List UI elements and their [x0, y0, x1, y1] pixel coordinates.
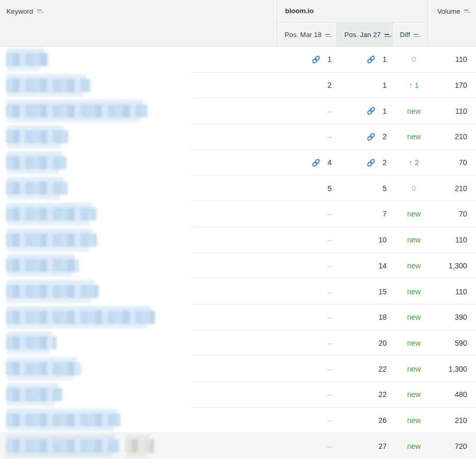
- link-icon[interactable]: [367, 158, 376, 167]
- volume-value: 590: [455, 339, 467, 347]
- sort-icon[interactable]: [464, 10, 471, 13]
- volume-value: 210: [455, 132, 467, 141]
- pos-jan27-cell: 18: [336, 304, 392, 330]
- volume-value: 110: [455, 107, 467, 115]
- link-icon[interactable]: [367, 55, 376, 64]
- up-arrow-icon: ↑: [409, 81, 413, 89]
- table-row[interactable]: 5 5 0 210: [0, 175, 476, 201]
- pos-jan27-cell: 1: [336, 73, 392, 98]
- volume-value: 480: [455, 390, 467, 399]
- link-icon[interactable]: [312, 55, 321, 64]
- pos-jan27-cell: 22: [336, 356, 392, 382]
- link-icon[interactable]: [367, 106, 376, 115]
- position-value: 2: [382, 158, 387, 167]
- column-header-pos-jan27[interactable]: Pos. Jan 27: [336, 23, 393, 46]
- table-row[interactable]: – 18 new 390: [0, 304, 476, 330]
- table-row[interactable]: – 7 new 70: [0, 201, 476, 227]
- link-icon[interactable]: [367, 132, 376, 141]
- no-position-dash: –: [327, 339, 332, 347]
- diff-new-badge: new: [407, 107, 421, 115]
- diff-new-badge: new: [407, 236, 421, 244]
- position-value: 14: [378, 262, 387, 270]
- diff-cell: new: [392, 201, 428, 227]
- diff-new-badge: new: [407, 390, 421, 399]
- table-row[interactable]: 4 2 ↑2 70: [0, 150, 476, 176]
- sort-icon-active[interactable]: [385, 34, 391, 37]
- blurred-keyword: [6, 233, 97, 247]
- volume-value: 70: [459, 158, 467, 167]
- table-row[interactable]: – 22 new 1,300: [0, 356, 476, 382]
- volume-value: 1,300: [448, 262, 467, 270]
- column-header-pos-mar18[interactable]: Pos. Mar 18: [277, 23, 336, 46]
- diff-cell: 0: [392, 175, 428, 201]
- table-row[interactable]: – 10 new 110: [0, 227, 476, 253]
- column-header-volume[interactable]: Volume: [428, 0, 476, 46]
- sort-icon[interactable]: [37, 10, 44, 13]
- table-row[interactable]: – 26 new 210: [0, 408, 476, 434]
- volume-cell: 110: [428, 98, 476, 124]
- table-row[interactable]: 1 1 0 110: [0, 47, 476, 73]
- no-position-dash: –: [327, 287, 332, 296]
- pos-jan27-cell: 5: [336, 175, 392, 201]
- domain-column-group: bloom.io Pos. Mar 18 Pos. Jan 27 Diff: [277, 0, 428, 46]
- volume-cell: 110: [428, 47, 476, 73]
- pos-jan27-cell: 26: [336, 408, 392, 434]
- pos-mar18-cell: 2: [277, 73, 336, 98]
- pos-mar18-cell: –: [277, 98, 336, 124]
- pos-jan27-cell: 7: [336, 201, 392, 227]
- volume-value: 110: [455, 55, 467, 64]
- pos-jan27-cell: 20: [336, 330, 392, 356]
- table-row[interactable]: – 15 new 110: [0, 278, 476, 304]
- position-value: 20: [378, 339, 387, 347]
- volume-cell: 1,300: [428, 356, 476, 382]
- diff-cell: new: [392, 330, 428, 356]
- blurred-keyword: [6, 259, 79, 272]
- table-row[interactable]: – 1 new 110: [0, 98, 476, 124]
- pos-jan27-cell: 1: [336, 98, 392, 124]
- position-value: 26: [378, 416, 387, 425]
- pos-mar18-cell: 4: [277, 150, 336, 176]
- diff-new-badge: new: [407, 416, 421, 425]
- keyword-cell: [0, 175, 277, 201]
- column-header-keyword[interactable]: Keyword: [0, 0, 277, 46]
- table-row[interactable]: 2 1 ↑1 170: [0, 73, 476, 98]
- volume-label: Volume: [437, 7, 460, 15]
- blurred-keyword: [6, 130, 68, 143]
- table-row[interactable]: – 27 new 720: [0, 433, 476, 459]
- table-header: Keyword bloom.io Pos. Mar 18 Pos. Jan 27…: [0, 0, 476, 47]
- up-arrow-icon: ↑: [409, 158, 413, 167]
- pos-jan27-cell: 22: [336, 382, 392, 408]
- volume-cell: 480: [428, 382, 476, 408]
- diff-zero: 0: [412, 55, 416, 64]
- keyword-cell: [0, 47, 277, 73]
- blurred-keyword: [6, 53, 48, 66]
- blurred-keyword: [6, 79, 90, 92]
- pos-jan27-cell: 14: [336, 253, 392, 279]
- diff-cell: new: [392, 227, 428, 253]
- keyword-cell: [0, 330, 277, 356]
- table-row[interactable]: – 20 new 590: [0, 330, 476, 356]
- position-value: 5: [327, 184, 332, 193]
- diff-cell: new: [392, 253, 428, 279]
- table-row[interactable]: – 22 new 480: [0, 382, 476, 408]
- sort-icon[interactable]: [414, 34, 420, 37]
- column-header-diff[interactable]: Diff: [393, 23, 427, 46]
- table-row[interactable]: – 2 new 210: [0, 124, 476, 150]
- position-value: 4: [327, 158, 332, 167]
- volume-value: 720: [455, 442, 467, 451]
- position-value: 10: [378, 236, 387, 244]
- blurred-keyword: [6, 182, 68, 195]
- no-position-dash: –: [327, 262, 332, 270]
- table-row[interactable]: – 14 new 1,300: [0, 253, 476, 279]
- position-value: 7: [382, 210, 387, 218]
- blurred-keyword: [6, 362, 81, 375]
- position-value: 18: [378, 313, 387, 321]
- position-value: 27: [378, 442, 387, 451]
- diff-cell: ↑2: [392, 150, 428, 176]
- keyword-cell: [0, 433, 277, 459]
- sort-icon[interactable]: [325, 34, 332, 37]
- pos-mar18-cell: –: [277, 201, 336, 227]
- link-icon[interactable]: [312, 158, 321, 167]
- blurred-keyword: [6, 285, 98, 298]
- pos-mar18-cell: –: [277, 278, 336, 304]
